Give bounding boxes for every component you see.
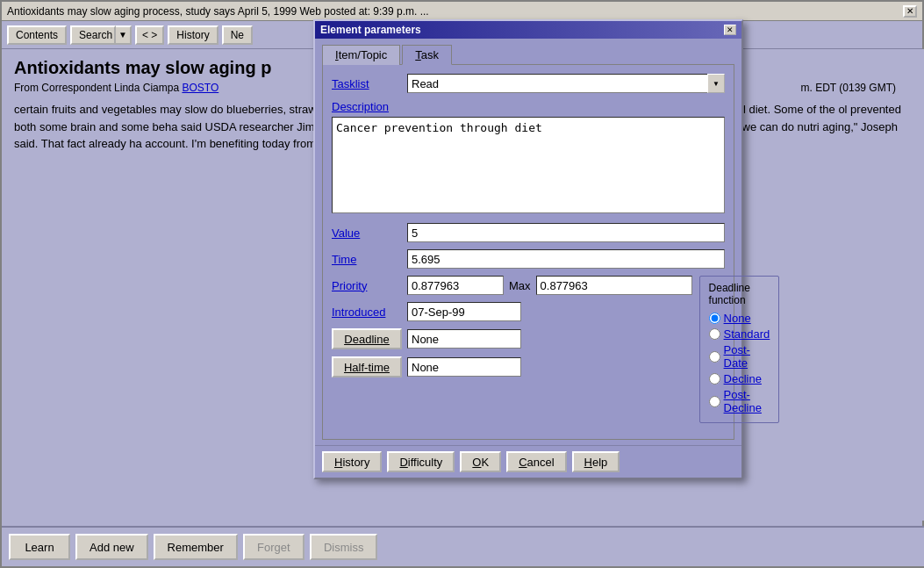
deadline-function-box: Deadline function None Standard Post-Dat…: [699, 276, 780, 423]
search-dropdown: Search ▼: [70, 25, 132, 45]
max-input[interactable]: [536, 276, 692, 295]
radio-postdecline-input[interactable]: [709, 396, 720, 407]
time-row: Time: [332, 249, 725, 269]
dialog-bottom-buttons: History Difficulty OK Cancel Help: [315, 445, 741, 478]
time-input[interactable]: [407, 249, 725, 269]
radio-postdecline[interactable]: Post-Decline: [709, 388, 770, 414]
learn-button[interactable]: Learn: [9, 534, 70, 560]
value-row: Value: [332, 223, 725, 242]
halftime-input[interactable]: [407, 357, 521, 377]
ne-button[interactable]: Ne: [222, 25, 253, 45]
priority-label[interactable]: Priority: [332, 279, 402, 292]
time-label[interactable]: Time: [332, 253, 402, 266]
tasklist-select-wrapper: Read ▼: [407, 74, 725, 93]
byline-text: From Correspondent Linda Ciampa: [14, 82, 182, 94]
dialog-body: Item/Topic Task Tasklist Read ▼: [315, 39, 741, 445]
tasklist-select[interactable]: Read: [407, 74, 725, 93]
radio-none-label: None: [724, 312, 751, 325]
main-window: Antioxidants may slow aging process, stu…: [0, 0, 924, 568]
introduced-label[interactable]: Introduced: [332, 306, 402, 319]
halftime-row: Half-time: [332, 356, 692, 377]
window-close-button[interactable]: ✕: [903, 5, 917, 18]
search-dropdown-arrow[interactable]: ▼: [116, 25, 132, 45]
dialog-close-button[interactable]: ✕: [724, 25, 736, 35]
radio-standard[interactable]: Standard: [709, 327, 770, 341]
cancel-button[interactable]: Cancel: [506, 451, 566, 472]
radio-none-input[interactable]: [709, 313, 720, 324]
tab-item-topic-label: Item/Topic: [335, 48, 387, 61]
value-label[interactable]: Value: [332, 226, 402, 240]
element-parameters-dialog: Element parameters ✕ Item/Topic Task Tas…: [313, 19, 743, 479]
dialog-tabs: Item/Topic Task: [322, 44, 734, 64]
deadline-button[interactable]: Deadline: [332, 328, 402, 349]
byline-link[interactable]: BOSTO: [182, 82, 218, 94]
radio-standard-label: Standard: [724, 327, 770, 341]
deadline-row: Deadline: [332, 328, 692, 349]
radio-postdate-input[interactable]: [709, 351, 720, 363]
radio-postdate-label: Post-Date: [724, 343, 770, 370]
tasklist-label[interactable]: Tasklist: [332, 77, 402, 90]
help-button[interactable]: Help: [572, 451, 620, 472]
history-button[interactable]: History: [168, 25, 218, 45]
radio-decline-label: Decline: [724, 372, 762, 385]
nav-buttons[interactable]: < >: [135, 25, 164, 45]
description-textarea[interactable]: Cancer prevention through diet: [332, 117, 725, 213]
deadline-function-legend: Deadline function: [709, 282, 770, 306]
add-new-button[interactable]: Add new: [75, 534, 148, 560]
value-input[interactable]: [407, 223, 725, 242]
description-section: Description Cancer prevention through di…: [332, 100, 725, 223]
radio-postdate[interactable]: Post-Date: [709, 343, 770, 370]
dismiss-button[interactable]: Dismiss: [310, 534, 378, 560]
max-label: Max: [509, 279, 531, 292]
radio-none[interactable]: None: [709, 312, 770, 325]
description-label[interactable]: Description: [332, 100, 725, 113]
difficulty-button[interactable]: Difficulty: [387, 451, 455, 472]
tab-item-topic[interactable]: Item/Topic: [322, 45, 400, 65]
dialog-tab-content: Tasklist Read ▼ Description Cancer preve…: [322, 64, 734, 440]
radio-standard-input[interactable]: [709, 328, 720, 340]
edt-text: m. EDT (0139 GMT): [801, 82, 896, 94]
history-dialog-button[interactable]: History: [322, 451, 382, 472]
contents-button[interactable]: Contents: [7, 25, 67, 45]
dialog-title-bar: Element parameters ✕: [315, 21, 741, 39]
ok-button[interactable]: OK: [460, 451, 501, 472]
priority-input[interactable]: [407, 276, 504, 295]
tab-task[interactable]: Task: [402, 45, 452, 65]
radio-decline[interactable]: Decline: [709, 372, 770, 385]
halftime-button[interactable]: Half-time: [332, 356, 402, 377]
tasklist-row: Tasklist Read ▼: [332, 74, 725, 93]
radio-postdecline-label: Post-Decline: [724, 388, 770, 414]
search-button[interactable]: Search: [70, 25, 116, 45]
priority-max-section: Priority Max Introduced Deadline: [332, 276, 692, 385]
deadline-input[interactable]: [407, 329, 521, 349]
introduced-row: Introduced: [332, 302, 692, 321]
introduced-input[interactable]: [407, 302, 521, 321]
bottom-bar: Learn Add new Remember Forget Dismiss: [2, 526, 924, 566]
radio-decline-input[interactable]: [709, 373, 720, 385]
forget-button[interactable]: Forget: [243, 534, 304, 560]
priority-row: Priority Max: [332, 276, 692, 295]
dialog-title: Element parameters: [320, 24, 421, 36]
remember-button[interactable]: Remember: [154, 534, 238, 560]
window-title: Antioxidants may slow aging process, stu…: [7, 5, 429, 18]
title-bar: Antioxidants may slow aging process, stu…: [2, 2, 922, 21]
tab-task-label: Task: [415, 48, 439, 61]
